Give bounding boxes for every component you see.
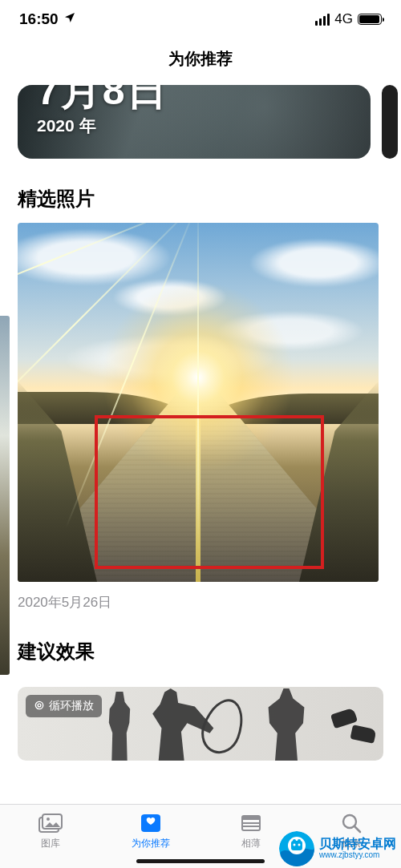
status-left: 16:50 [19,10,76,28]
status-right: 4G [315,11,382,27]
suggested-effect-card[interactable]: 循环播放 [18,687,383,761]
watermark: 贝斯特安卓网 www.zjbstyy.com [279,831,396,866]
memory-carousel[interactable]: 7月8日 2020 年 [0,85,401,159]
signal-icon [315,14,330,26]
status-bar: 16:50 4G [0,0,401,38]
home-indicator[interactable] [136,859,265,863]
library-icon [38,813,63,834]
status-time: 16:50 [19,10,59,28]
memory-day: 7月8日 [37,85,168,118]
albums-icon [238,813,264,834]
featured-photo[interactable] [18,223,379,582]
location-icon [63,11,76,28]
featured-photo-card[interactable] [18,223,379,582]
svg-point-19 [298,844,301,846]
tab-label: 图库 [41,837,60,850]
loop-badge: 循环播放 [26,695,102,717]
for-you-icon [138,813,164,834]
svg-rect-7 [242,816,260,820]
svg-point-4 [47,818,50,821]
watermark-logo [279,831,314,866]
svg-rect-15 [291,841,302,850]
svg-point-0 [35,701,43,709]
featured-photo-date: 2020年5月26日 [0,582,401,612]
loop-label: 循环播放 [49,699,94,713]
tab-library[interactable]: 图库 [0,805,100,868]
loop-icon [34,700,45,713]
tab-label: 相薄 [241,837,261,850]
memory-year: 2020 年 [37,115,168,137]
network-label: 4G [334,11,353,27]
content-scroll[interactable]: 7月8日 2020 年 精选照片 [0,79,401,804]
featured-carousel[interactable] [0,223,401,582]
svg-point-17 [298,839,301,842]
watermark-url: www.zjbstyy.com [319,851,396,860]
memory-card-next[interactable] [382,85,398,159]
svg-point-16 [293,839,296,842]
watermark-title: 贝斯特安卓网 [319,838,396,851]
section-heading-suggested: 建议效果 [0,612,401,676]
tab-label: 为你推荐 [132,837,170,850]
featured-prev-sliver[interactable] [0,316,10,675]
memory-card[interactable]: 7月8日 2020 年 [18,85,371,159]
svg-point-1 [38,704,41,707]
page-title: 为你推荐 [0,38,401,79]
svg-point-18 [294,844,296,846]
battery-icon [358,14,382,25]
section-heading-featured: 精选照片 [0,159,401,223]
